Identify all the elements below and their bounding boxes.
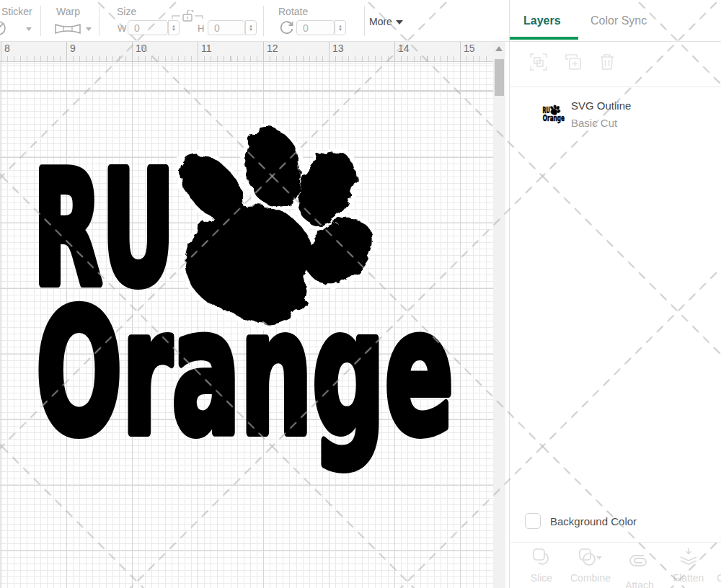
tab-layers[interactable]: Layers [523, 14, 561, 27]
group-icon[interactable] [530, 53, 547, 74]
warp-caret-icon[interactable] [86, 27, 92, 31]
more-caret-icon [396, 20, 403, 24]
ruler-mark: 11 [198, 42, 263, 62]
sticker-label: Sticker [1, 6, 32, 17]
scroll-up-icon[interactable] [495, 46, 503, 51]
design-artwork[interactable]: RU Orange [0, 62, 493, 588]
warp-icon[interactable] [54, 22, 81, 38]
attach-icon [629, 551, 650, 570]
duplicate-icon[interactable] [565, 53, 582, 74]
layers-panel: Layers Color Sync [509, 0, 721, 588]
toolbar-divider [263, 6, 264, 36]
contour-label: Contour [713, 572, 721, 584]
warp-label: Warp [56, 6, 80, 17]
slice-button[interactable]: Slice [520, 548, 563, 584]
tab-color-sync[interactable]: Color Sync [590, 14, 647, 27]
sticker-caret-icon[interactable] [26, 27, 32, 31]
more-button[interactable]: More [369, 16, 403, 27]
layer-title: SVG Outline [571, 99, 631, 112]
tab-layers-label: Layers [523, 14, 561, 27]
delete-icon[interactable] [599, 53, 615, 74]
flatten-label: Flatten [667, 572, 710, 584]
slice-icon [532, 548, 551, 566]
toolbar: Sticker Warp Size W ▲▼ [0, 0, 509, 42]
combine-caret-icon [596, 556, 602, 560]
more-label: More [369, 16, 392, 27]
ruler-mark: 14 [394, 42, 460, 62]
flatten-icon [679, 548, 698, 566]
rotate-icon[interactable] [279, 20, 294, 37]
layer-subtitle: Basic Cut [571, 117, 617, 129]
height-label: H [198, 23, 204, 34]
ruler-mark: 13 [329, 42, 394, 62]
rotate-input[interactable] [296, 20, 335, 35]
toolbar-divider [364, 6, 365, 36]
rotate-label: Rotate [278, 6, 308, 17]
attach-label: Attach [618, 579, 661, 588]
vertical-scrollbar[interactable] [493, 42, 505, 588]
background-color-row: Background Color [510, 504, 721, 542]
lock-open-icon[interactable] [172, 10, 203, 24]
sticker-icon[interactable] [0, 20, 10, 39]
ruler-mark: 8 [1, 42, 66, 62]
height-stepper[interactable]: ▲▼ [245, 20, 257, 35]
combine-button[interactable]: Combine [569, 548, 612, 584]
ruler-mark: 10 [132, 42, 198, 62]
toolbar-divider [40, 6, 41, 36]
ruler-mark: 15 [460, 42, 493, 62]
panel-tabbar: Layers Color Sync [510, 0, 721, 42]
size-label: Size [117, 6, 136, 17]
background-color-swatch[interactable] [525, 513, 541, 529]
slice-label: Slice [520, 572, 563, 584]
layer-thumbnail [542, 103, 565, 125]
tab-active-underline [510, 37, 578, 40]
ruler-mark: 9 [66, 42, 132, 62]
panel-divider [510, 542, 721, 543]
width-label: W [118, 23, 126, 34]
rotate-stepper[interactable]: ▲▼ [335, 20, 346, 35]
height-input[interactable] [208, 20, 245, 35]
ruler-mark: 12 [263, 42, 329, 62]
toolbar-divider [99, 6, 99, 36]
flatten-button[interactable]: Flatten [667, 548, 710, 584]
combine-icon [578, 548, 603, 566]
layer-row[interactable]: SVG Outline Basic Cut [510, 95, 721, 134]
background-color-label: Background Color [550, 515, 637, 527]
attach-button[interactable]: Attach [618, 548, 661, 588]
panel-divider [510, 86, 721, 87]
horizontal-ruler: 89101112131415 [0, 42, 493, 62]
contour-button[interactable]: Contour [713, 548, 721, 584]
app-window: Sticker Warp Size W ▲▼ [0, 0, 721, 588]
width-input[interactable] [128, 20, 168, 35]
combine-label: Combine [569, 572, 612, 584]
scrollbar-thumb[interactable] [495, 59, 504, 96]
